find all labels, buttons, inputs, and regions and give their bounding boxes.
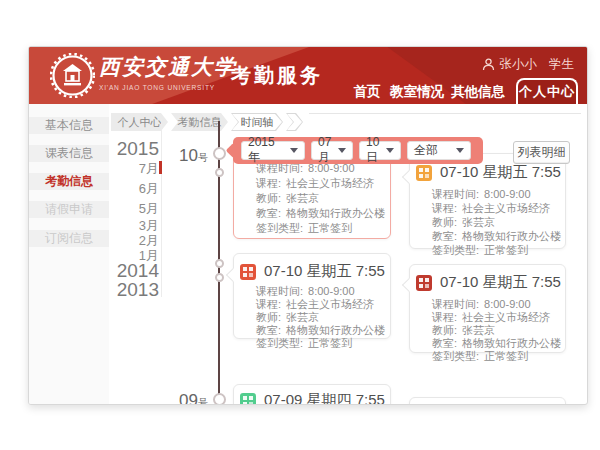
calendar-icon [416, 165, 432, 181]
timeline-month-jun[interactable]: 6月 [89, 180, 159, 198]
calendar-icon [240, 393, 256, 406]
calendar-icon [416, 275, 432, 291]
timeline-node [215, 273, 224, 282]
nav-other-info[interactable]: 其他信息 [449, 83, 507, 101]
type-dropdown[interactable]: 全部 [407, 141, 471, 160]
timeline-year-2013[interactable]: 2013 [89, 279, 159, 301]
timeline-node [213, 147, 226, 160]
user-icon [482, 58, 495, 71]
timeline-day-09: 09号 [179, 391, 215, 405]
card-title: 07-10 星期五 7:55 [264, 262, 385, 281]
timeline-node [213, 393, 226, 405]
attendance-card[interactable]: 07-10 星期五 7:55 课程时间:8:00-9:00 课程:社会主义市场经… [409, 153, 566, 249]
page: 西安交通大学 XI'AN JIAO TONG UNIVERSITY 考勤服务 张… [0, 0, 600, 450]
list-detail-button[interactable]: 列表明细 [513, 141, 570, 164]
timeline-node [215, 259, 224, 268]
nav-classrooms[interactable]: 教室情况 [388, 83, 446, 101]
header: 西安交通大学 XI'AN JIAO TONG UNIVERSITY 考勤服务 张… [29, 47, 588, 104]
user-info[interactable]: 张小小 学生 [482, 56, 575, 73]
breadcrumb-tail-chevron [286, 113, 303, 131]
timeline-scale-guide [161, 119, 162, 297]
card-title: 07-09 星期四 7:55 [264, 391, 385, 405]
month-dropdown[interactable]: 07月 [311, 141, 353, 160]
filter-bar-tail [226, 143, 242, 159]
user-name: 张小小 [500, 56, 538, 73]
breadcrumb-timeline-label: 时间轴 [232, 114, 282, 130]
breadcrumb-timeline[interactable]: 时间轴 [231, 113, 283, 131]
university-name: 西安交通大学 XI'AN JIAO TONG UNIVERSITY [99, 53, 237, 91]
filter-bar: 2015年 07月 10日 全部 [233, 137, 483, 164]
user-role: 学生 [549, 56, 574, 73]
attendance-card[interactable]: 07-10 星期五 7:55 课程时间:8:00-9:00 课程:社会主义市场经… [233, 253, 391, 339]
timeline-month-jul[interactable]: 7月 [89, 160, 159, 178]
university-name-cn: 西安交通大学 [99, 53, 237, 81]
year-dropdown[interactable]: 2015年 [241, 141, 305, 160]
nav-home[interactable]: 首页 [352, 83, 382, 101]
app-window: 西安交通大学 XI'AN JIAO TONG UNIVERSITY 考勤服务 张… [28, 46, 588, 405]
chevron-down-icon [290, 148, 298, 153]
card-title: 07-10 星期五 7:55 [440, 163, 561, 182]
attendance-card[interactable]: 07-09 星期四 7:55 [233, 384, 391, 405]
nav-tab-personal-center[interactable]: 个人中心 [516, 78, 578, 104]
chevron-down-icon [386, 148, 394, 153]
sidebar-item-basic-info[interactable]: 基本信息 [29, 117, 109, 134]
attendance-card[interactable]: 07-10 星期五 7:55 课程时间:8:00-9:00 课程:社会主义市场经… [409, 264, 566, 353]
chevron-down-icon [338, 148, 346, 153]
timeline-month-may[interactable]: 5月 [89, 200, 159, 218]
university-logo-icon [50, 53, 95, 98]
service-title: 考勤服务 [231, 62, 323, 89]
current-month-marker [159, 161, 162, 174]
university-name-en: XI'AN JIAO TONG UNIVERSITY [99, 84, 237, 91]
attendance-card[interactable] [409, 397, 566, 405]
breadcrumb-rule [309, 113, 581, 114]
timeline-year-2015[interactable]: 2015 [89, 138, 159, 160]
calendar-icon [240, 264, 256, 280]
breadcrumb-personal-center[interactable]: 个人中心 [111, 113, 168, 131]
day-dropdown[interactable]: 10日 [359, 141, 401, 160]
chevron-down-icon [456, 148, 464, 153]
card-title: 07-10 星期五 7:55 [440, 273, 561, 292]
timeline-day-10: 10号 [179, 146, 215, 166]
timeline-node [215, 168, 224, 177]
